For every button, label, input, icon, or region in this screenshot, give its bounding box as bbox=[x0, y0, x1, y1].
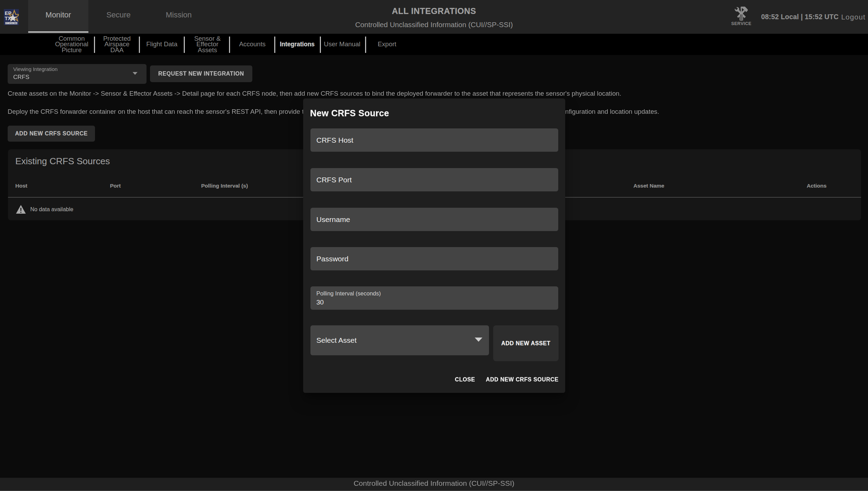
svg-text:CITY OF EL PASO: CITY OF EL PASO bbox=[5, 22, 18, 24]
svg-text:TX: TX bbox=[5, 16, 11, 21]
svg-text:EP: EP bbox=[5, 10, 12, 16]
